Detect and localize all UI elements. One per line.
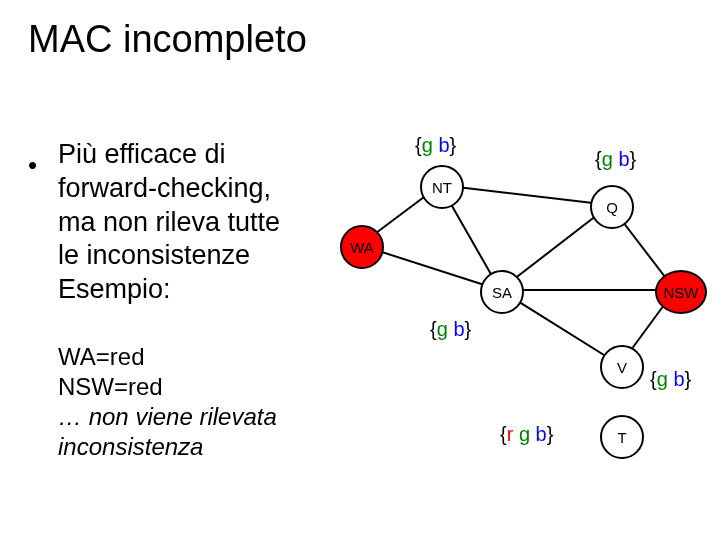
slide-title: MAC incompleto xyxy=(28,18,307,61)
example-text: WA=red NSW=red … non viene rilevata inco… xyxy=(58,342,318,462)
node-nsw: NSW xyxy=(655,270,707,314)
svg-line-3 xyxy=(440,185,610,205)
node-v-label: V xyxy=(617,359,627,376)
graph-edges xyxy=(320,130,720,510)
assign-wa: WA=red xyxy=(58,342,318,372)
node-q-label: Q xyxy=(606,199,618,216)
bullet-marker: • xyxy=(28,150,37,181)
node-wa: WA xyxy=(340,225,384,269)
node-v: V xyxy=(600,345,644,389)
domain-nt: {g b} xyxy=(415,134,456,157)
node-t: T xyxy=(600,415,644,459)
node-nt-label: NT xyxy=(432,179,452,196)
assign-nsw: NSW=red xyxy=(58,372,318,402)
body-text: Più efficace di forward-checking, ma non… xyxy=(58,138,308,307)
node-sa: SA xyxy=(480,270,524,314)
node-sa-label: SA xyxy=(492,284,512,301)
domain-sa: {g b} xyxy=(430,318,471,341)
australia-graph: WA NT Q SA NSW V T {g b} {g b} {g b} {g … xyxy=(320,130,720,510)
node-wa-label: WA xyxy=(350,239,374,256)
node-q: Q xyxy=(590,185,634,229)
node-nsw-label: NSW xyxy=(664,284,699,301)
domain-v: {g b} xyxy=(650,368,691,391)
domain-q: {g b} xyxy=(595,148,636,171)
node-t-label: T xyxy=(617,429,626,446)
conclusion: … non viene rilevata inconsistenza xyxy=(58,402,318,462)
domain-t: {r g b} xyxy=(500,423,553,446)
node-nt: NT xyxy=(420,165,464,209)
